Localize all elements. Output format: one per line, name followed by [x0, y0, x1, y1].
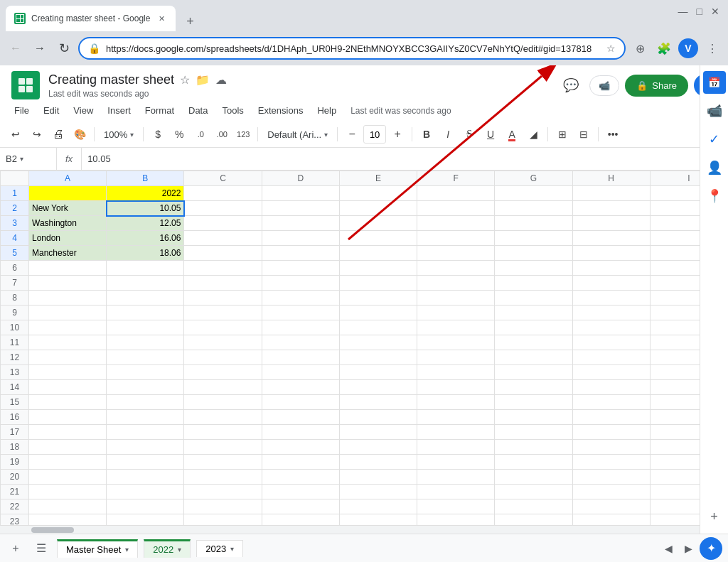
cell-b4[interactable]: 16.06: [107, 231, 184, 246]
cell-c19[interactable]: [184, 455, 262, 470]
cell-h17[interactable]: [572, 425, 650, 440]
row-header-12[interactable]: 12: [1, 350, 29, 365]
percent-button[interactable]: %: [169, 124, 189, 144]
cell-e12[interactable]: [339, 350, 417, 365]
cell-c8[interactable]: [184, 291, 262, 306]
cell-a17[interactable]: [29, 425, 107, 440]
cell-a5[interactable]: Manchester: [29, 246, 107, 261]
cell-h3[interactable]: [572, 216, 650, 231]
scroll-right-button[interactable]: ▶: [680, 540, 697, 557]
bookmark-icon[interactable]: ☆: [606, 43, 616, 54]
sheets-list-button[interactable]: ☰: [31, 539, 51, 558]
row-header-5[interactable]: 5: [1, 246, 29, 261]
cell-a19[interactable]: [29, 455, 107, 470]
undo-button[interactable]: ↩: [6, 124, 26, 144]
close-window-button[interactable]: ✕: [711, 6, 719, 17]
cell-g8[interactable]: [495, 291, 572, 306]
cell-a9[interactable]: [29, 306, 107, 320]
cell-a1[interactable]: [29, 186, 107, 201]
cell-d6[interactable]: [262, 261, 339, 276]
cell-d14[interactable]: [262, 380, 339, 395]
cell-b20[interactable]: [107, 470, 184, 485]
cell-c10[interactable]: [184, 320, 262, 335]
col-header-a[interactable]: A: [29, 171, 107, 186]
extensions-menu[interactable]: Extensions: [252, 102, 309, 119]
cell-f12[interactable]: [417, 350, 495, 365]
cell-a12[interactable]: [29, 350, 107, 365]
cell-e3[interactable]: [339, 216, 417, 231]
formula-input[interactable]: 10.05: [82, 153, 728, 164]
cell-b11[interactable]: [107, 335, 184, 350]
cell-f17[interactable]: [417, 425, 495, 440]
cell-g12[interactable]: [495, 350, 572, 365]
row-header-3[interactable]: 3: [1, 216, 29, 231]
cell-b8[interactable]: [107, 291, 184, 306]
contacts-sidebar-icon[interactable]: 👤: [703, 156, 726, 179]
col-header-g[interactable]: G: [495, 171, 572, 186]
format-menu[interactable]: Format: [139, 102, 180, 119]
cell-f2[interactable]: [417, 201, 495, 216]
cell-f22[interactable]: [417, 499, 495, 514]
back-button[interactable]: ←: [6, 38, 26, 58]
cell-b14[interactable]: [107, 380, 184, 395]
cell-f4[interactable]: [417, 231, 495, 246]
cell-g16[interactable]: [495, 410, 572, 425]
cell-a22[interactable]: [29, 499, 107, 514]
cell-a6[interactable]: [29, 261, 107, 276]
cell-d20[interactable]: [262, 470, 339, 485]
cell-h19[interactable]: [572, 455, 650, 470]
cell-e13[interactable]: [339, 365, 417, 380]
cell-b1[interactable]: 2022: [107, 186, 184, 201]
cell-e19[interactable]: [339, 455, 417, 470]
cell-e4[interactable]: [339, 231, 417, 246]
cell-g13[interactable]: [495, 365, 572, 380]
cell-d23[interactable]: [262, 514, 339, 526]
cell-b6[interactable]: [107, 261, 184, 276]
cell-d8[interactable]: [262, 291, 339, 306]
cell-a2[interactable]: New York: [29, 201, 107, 216]
cell-e14[interactable]: [339, 380, 417, 395]
cell-c20[interactable]: [184, 470, 262, 485]
explore-button[interactable]: ✦: [700, 537, 722, 560]
cell-h14[interactable]: [572, 380, 650, 395]
cell-g7[interactable]: [495, 276, 572, 291]
extensions-button[interactable]: 🧩: [654, 38, 674, 58]
cell-h1[interactable]: [572, 186, 650, 201]
cell-b10[interactable]: [107, 320, 184, 335]
tasks-sidebar-icon[interactable]: ✓: [703, 128, 726, 151]
cell-c11[interactable]: [184, 335, 262, 350]
col-header-d[interactable]: D: [262, 171, 339, 186]
cell-c14[interactable]: [184, 380, 262, 395]
cell-c6[interactable]: [184, 261, 262, 276]
cell-reference-box[interactable]: B2 ▾: [0, 148, 57, 170]
format-123-button[interactable]: 123: [233, 124, 253, 144]
cell-h7[interactable]: [572, 276, 650, 291]
cell-c18[interactable]: [184, 440, 262, 455]
folder-icon[interactable]: 📁: [196, 73, 210, 87]
cell-c16[interactable]: [184, 410, 262, 425]
cell-c1[interactable]: [184, 186, 262, 201]
cell-b23[interactable]: [107, 514, 184, 526]
cell-a3[interactable]: Washington: [29, 216, 107, 231]
cell-b2[interactable]: 10.05: [107, 201, 184, 216]
cell-e23[interactable]: [339, 514, 417, 526]
master-sheet-chevron[interactable]: ▾: [125, 546, 129, 553]
add-sidebar-icon[interactable]: +: [703, 505, 726, 528]
cell-a18[interactable]: [29, 440, 107, 455]
cell-a10[interactable]: [29, 320, 107, 335]
cell-c9[interactable]: [184, 306, 262, 320]
cell-d15[interactable]: [262, 395, 339, 410]
cell-a11[interactable]: [29, 335, 107, 350]
row-header-8[interactable]: 8: [1, 291, 29, 306]
fill-color-button[interactable]: ◢: [523, 124, 543, 144]
cell-b3[interactable]: 12.05: [107, 216, 184, 231]
row-header-18[interactable]: 18: [1, 440, 29, 455]
decrease-font-button[interactable]: −: [342, 124, 362, 144]
data-menu[interactable]: Data: [183, 102, 213, 119]
cell-f9[interactable]: [417, 306, 495, 320]
cell-c21[interactable]: [184, 485, 262, 499]
cell-g17[interactable]: [495, 425, 572, 440]
currency-button[interactable]: $: [148, 124, 168, 144]
cell-h2[interactable]: [572, 201, 650, 216]
sheet-2022-tab[interactable]: 2022 ▾: [144, 539, 191, 558]
